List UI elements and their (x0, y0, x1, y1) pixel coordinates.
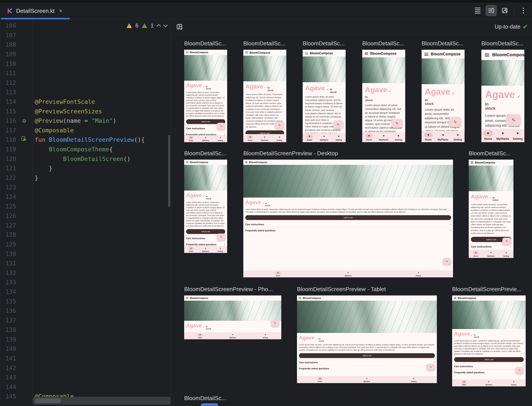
code-line[interactable]: 121 } (0, 164, 171, 173)
gutter (16, 373, 32, 382)
code-line[interactable]: 141 (0, 354, 171, 363)
mock-app-bar: BloomCompose (184, 296, 281, 301)
code-line[interactable]: 117@Composable (0, 126, 171, 135)
preview-canvas[interactable]: BloomDetailSc...BloomComposeAgave✓In sto… (171, 34, 532, 406)
code-line[interactable]: 132 (0, 268, 171, 278)
code-line[interactable]: 109 (0, 50, 171, 59)
code-line[interactable]: 119 BloomComposeTheme{ (0, 145, 171, 154)
editor-vertical-scrollbar[interactable] (168, 135, 170, 207)
preview-card[interactable]: BloomComposeAgave✓In stockLorem ipsum do… (469, 160, 513, 258)
horizontal-scrollbar-thumb[interactable] (35, 398, 61, 403)
mock-app-bar: BloomCompose (362, 50, 405, 57)
code-line[interactable]: 122} (0, 173, 171, 183)
nav-label: MyPlants (202, 140, 209, 141)
code-line[interactable]: 112 (0, 78, 171, 88)
preview-settings-gear-icon[interactable]: ⚙ (22, 118, 26, 124)
tab-close-icon[interactable]: × (59, 8, 62, 14)
code-area[interactable]: 106107108109110111112113114@PreviewFontS… (0, 19, 171, 406)
code-line[interactable]: 120 BloomDetailScreen() (0, 154, 171, 164)
line-number: 122 (0, 174, 16, 181)
preview-card-title: BloomDetailScreenPreview - Desktop (243, 150, 338, 157)
code-text (32, 211, 171, 221)
code-line[interactable]: 133 (0, 278, 171, 287)
code-line[interactable]: 144 (0, 382, 171, 392)
tab-detailscreen[interactable]: DetailScreen.kt × (0, 3, 68, 19)
editor-horizontal-scrollbar[interactable] (33, 397, 171, 405)
code-text (32, 230, 171, 240)
preview-card[interactable]: BloomComposeAgave✓In stockLorem ipsum do… (243, 160, 453, 277)
grid-layout-button[interactable] (174, 22, 185, 32)
code-token: } (35, 165, 52, 172)
code-line[interactable]: 111 (0, 68, 171, 78)
code-line[interactable]: 118fun BloomDetailScreenPreview(){ (0, 135, 171, 145)
previous-issue-button[interactable] (156, 24, 161, 29)
heart-icon: ♥ (321, 135, 327, 138)
code-line[interactable]: 130 (0, 249, 171, 259)
code-line[interactable]: 140 (0, 344, 171, 354)
code-line[interactable]: 107 (0, 30, 171, 40)
code-line[interactable]: 115@PreviewScreenSizes (0, 106, 171, 116)
mock-add-to-cart-button: Add to cart (299, 353, 435, 358)
gutter (16, 50, 32, 59)
preview-card[interactable]: BloomComposeAgave✓In stockLorem ipsum do… (452, 296, 526, 386)
code-line[interactable]: 113 (0, 87, 171, 97)
preview-card[interactable]: BloomComposeAgave✓In stockLorem ipsum do… (243, 50, 286, 142)
line-number: 108 (0, 41, 16, 48)
code-line[interactable]: 124 (0, 192, 171, 202)
code-line[interactable]: 142 (0, 363, 171, 373)
code-line[interactable]: 129 (0, 240, 171, 249)
preview-card[interactable]: BloomComposeAgave✓In stockLorem ipsum do… (362, 50, 405, 142)
code-line[interactable]: 131 (0, 259, 171, 268)
code-line[interactable]: 127 (0, 220, 171, 230)
next-issue-button[interactable] (163, 23, 168, 27)
nav-label: MyPlants (261, 139, 268, 141)
code-view-button[interactable] (472, 5, 483, 16)
nav-label: MyPlants (486, 384, 492, 385)
more-options-button[interactable] (517, 5, 529, 16)
preview-card-title: BloomDetailSc... (184, 395, 226, 402)
preview-card[interactable]: BloomComposeAgave✓In stockLorem ipsum do… (481, 50, 524, 142)
code-line[interactable]: 139 (0, 335, 171, 344)
code-line[interactable]: 138 (0, 325, 171, 335)
mock-app-title: BloomCompose (492, 52, 524, 57)
code-text: @PreviewFontScale (32, 97, 171, 107)
heart-icon: ♥ (203, 247, 208, 250)
chevron-down-icon: ∨ (434, 361, 435, 363)
heart-icon: ♥ (395, 134, 402, 138)
code-line[interactable]: 128 (0, 230, 171, 240)
code-line[interactable]: 137 (0, 316, 171, 325)
plant-title-row: Agave✓In stock (305, 84, 343, 94)
code-editor[interactable]: 6 1 106107108109110111112113114@PreviewF… (0, 19, 171, 406)
code-line[interactable]: 110 (0, 59, 171, 68)
code-line[interactable]: 108 (0, 40, 171, 50)
inspections-widget[interactable]: 6 1 (126, 22, 167, 29)
code-line[interactable]: 135 (0, 297, 171, 306)
mock-app-title: BloomCompose (250, 51, 270, 54)
split-view-button[interactable] (486, 5, 497, 16)
preview-card-title: BloomDetailSc... (184, 150, 226, 157)
heart-icon: ♥ (346, 271, 351, 275)
line-number: 130 (0, 251, 16, 257)
mock-nav-home: ♥Home (462, 380, 466, 385)
preview-card[interactable]: BloomComposeAgave✓In stockLorem ipsum do… (421, 50, 465, 142)
design-view-button[interactable] (499, 5, 510, 16)
code-line[interactable]: 136 (0, 306, 171, 316)
plant-title-row: Agave✓In stock (471, 193, 511, 202)
code-line[interactable]: 125 (0, 202, 171, 211)
preview-card[interactable]: BloomComposeAgave✓In stockLorem ipsum do… (297, 296, 437, 383)
in-stock-check-icon: ✓ (264, 86, 266, 89)
preview-card[interactable]: BloomComposeAgave✓In stock✎♥Home♥MyPlant… (184, 296, 281, 339)
code-line[interactable]: 143 (0, 373, 171, 382)
preview-card[interactable]: BloomComposeAgave✓In stockLorem ipsum do… (303, 50, 346, 142)
code-line[interactable]: 116⚙@Preview(name = "Main") (0, 116, 171, 126)
nav-label: MyPlants (345, 275, 352, 276)
code-line[interactable]: 114@PreviewFontScale (0, 97, 171, 107)
run-preview-icon[interactable] (21, 136, 27, 144)
code-line[interactable]: 123 (0, 182, 171, 192)
preview-card[interactable]: BloomComposeAgave✓In stockLorem ipsum do… (184, 160, 227, 253)
heart-icon: ♥ (503, 251, 509, 254)
code-token (35, 146, 49, 153)
code-line[interactable]: 134 (0, 287, 171, 297)
code-line[interactable]: 126 (0, 211, 171, 221)
preview-card[interactable]: BloomComposeAgave✓In stockLorem ipsum do… (184, 50, 227, 142)
